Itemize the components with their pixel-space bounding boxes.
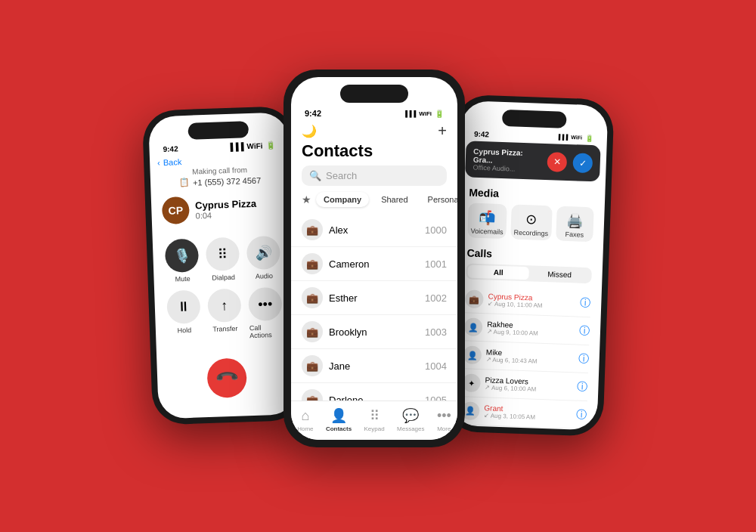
calls-tab-missed[interactable]: Missed [528, 267, 590, 282]
nav-keypad[interactable]: ⠿ Keypad [364, 407, 385, 432]
end-call-button[interactable]: 📞 [206, 357, 247, 398]
recordings-label: Recordings [513, 229, 548, 238]
call-actions-label: Call Actions [249, 323, 284, 340]
search-placeholder: Search [326, 170, 357, 181]
phone2-dynamic-island [340, 85, 408, 103]
nav-contacts-label: Contacts [326, 425, 352, 432]
voicemails-button[interactable]: 📬 Voicemails [467, 203, 507, 239]
keypad-icon: ⠿ [370, 407, 380, 424]
call-info-3[interactable]: ⓘ [577, 380, 588, 394]
contact-ext-alex: 1000 [425, 224, 447, 236]
contact-name-esther: Esther [329, 292, 358, 304]
audio-button[interactable]: 🔊 Audio [246, 236, 281, 281]
list-item[interactable]: 💼Alex 1000 [291, 213, 457, 247]
call-actions-icon-circle: ••• [248, 287, 283, 322]
calls-tab-all[interactable]: All [467, 264, 529, 280]
call-info-0[interactable]: ⓘ [580, 296, 591, 310]
call-date-4: ↙ Aug 3, 10:05 AM [484, 412, 535, 420]
tab-personal[interactable]: Personal [420, 192, 457, 207]
favorites-star-button[interactable]: ★ [302, 193, 311, 206]
call-entry-pizza-lovers[interactable]: ✦ Pizza Lovers ↗ Aug 6, 10:00 AM ⓘ [462, 369, 588, 401]
phone1-screen: 9:42 ▐▐▐ WiFi 🔋 ‹ Back Making call from … [148, 112, 298, 419]
signal-icon: ▐▐▐ [228, 142, 244, 151]
contact-info: Cyprus Pizza 0:04 [195, 197, 257, 220]
call-entry-grant[interactable]: 👤 Grant ↙ Aug 3, 10:05 AM ⓘ [461, 397, 587, 429]
call-info-4[interactable]: ⓘ [576, 408, 587, 422]
call-entry-rakhee[interactable]: 👤 Rakhee ↗ Aug 9, 10:00 AM ⓘ [463, 313, 590, 345]
hold-button[interactable]: ⏸ Hold [166, 289, 201, 342]
calls-filter-tabs: All Missed [466, 263, 592, 283]
call-entry-mike[interactable]: 👤 Mike ↗ Aug 6, 10:43 AM ⓘ [463, 341, 589, 373]
contact-icon: 💼 [302, 287, 323, 308]
contact-name-jane: Jane [329, 360, 350, 372]
call-entry-cyprus-pizza[interactable]: 💼 Cyprus Pizza ↙ Aug 10, 11:00 AM ⓘ [465, 285, 591, 317]
mute-label: Mute [175, 275, 190, 283]
battery-icon3: 🔋 [585, 134, 593, 141]
active-contact-display: CP Cyprus Pizza 0:04 [151, 188, 292, 229]
search-bar[interactable]: 🔍 Search [302, 165, 447, 186]
recordings-icon: ⊙ [525, 211, 538, 228]
filter-tabs: ★ Company Shared Personal [291, 192, 457, 213]
nav-more[interactable]: ••• More [437, 408, 451, 432]
list-item[interactable]: 💼Darlene 1005 [291, 383, 457, 401]
messages-icon: 💬 [402, 407, 419, 424]
call-icon-0: 💼 [465, 289, 484, 308]
contact-icon: 💼 [302, 253, 323, 274]
end-call-container: 📞 [156, 348, 297, 407]
contact-ext-jane: 1004 [425, 360, 447, 372]
transfer-label: Transfer [212, 325, 238, 333]
list-item[interactable]: 💼Jane 1004 [291, 349, 457, 383]
dialpad-label: Dialpad [212, 274, 235, 282]
contact-ext-cameron: 1001 [425, 258, 447, 270]
list-item[interactable]: 💼Esther 1002 [291, 281, 457, 315]
list-item[interactable]: 💼Brooklyn 1003 [291, 315, 457, 349]
contact-name-alex: Alex [329, 224, 348, 236]
audio-label: Audio [256, 272, 273, 280]
phones-container: 9:42 ▐▐▐ WiFi 🔋 ‹ Back Making call from … [132, 77, 624, 455]
nav-messages[interactable]: 💬 Messages [397, 407, 424, 432]
home-icon: ⌂ [301, 408, 309, 424]
nav-messages-label: Messages [397, 425, 424, 432]
call-info-1[interactable]: ⓘ [579, 324, 590, 338]
contact-ext-darlene: 1005 [425, 394, 447, 401]
contact-icon: 💼 [302, 355, 323, 376]
faxes-button[interactable]: 🖨️ Faxes [556, 206, 594, 243]
contact-list: 💼Alex 1000 💼Cameron 1001 💼Esther 1002 💼B… [291, 213, 457, 401]
phone1-time: 9:42 [163, 144, 178, 153]
phone-contacts: 9:42 ▐▐▐ WiFi 🔋 🌙 + Contacts 🔍 Search ★ … [284, 70, 465, 447]
recordings-button[interactable]: ⊙ Recordings [510, 204, 552, 240]
media-grid: 📬 Voicemails ⊙ Recordings 🖨️ Faxes [457, 203, 605, 249]
call-actions-button[interactable]: ••• Call Actions [248, 287, 283, 339]
list-item[interactable]: 💼Cameron 1001 [291, 247, 457, 281]
signal-icon3: ▐▐▐ [556, 134, 568, 140]
tab-company[interactable]: Company [316, 192, 369, 207]
call-icon-2: 👤 [463, 345, 482, 364]
dialpad-icon-circle: ⠿ [206, 237, 240, 272]
contact-ext-brooklyn: 1003 [425, 326, 447, 338]
dialpad-button[interactable]: ⠿ Dialpad [206, 237, 240, 283]
contact-icon: 💼 [302, 219, 323, 240]
battery-icon2: 🔋 [435, 110, 444, 118]
contacts-header: 🌙 + [291, 119, 457, 141]
phone3-status-icons: ▐▐▐ WiFi 🔋 [556, 133, 593, 142]
contact-icon: 💼 [302, 321, 323, 342]
contact-name: Cyprus Pizza [195, 197, 256, 211]
add-contact-button[interactable]: + [438, 122, 447, 140]
mute-icon-circle: 🎙️ [165, 238, 200, 273]
transfer-button[interactable]: ↑ Transfer [207, 289, 242, 341]
nav-contacts[interactable]: 👤 Contacts [326, 407, 352, 432]
call-icon-1: 👤 [464, 317, 483, 336]
call-info-2[interactable]: ⓘ [578, 352, 589, 366]
faxes-icon: 🖨️ [566, 212, 584, 230]
call-date-0: ↙ Aug 10, 11:00 AM [488, 300, 543, 309]
accept-call-button[interactable]: ✓ [572, 153, 593, 173]
contacts-title: Contacts [291, 141, 457, 165]
signal-icon2: ▐▐▐ [403, 110, 416, 117]
decline-call-button[interactable]: ✕ [547, 152, 567, 172]
tab-shared[interactable]: Shared [373, 192, 415, 207]
mute-button[interactable]: 🎙️ Mute [165, 238, 200, 283]
call-date-1: ↗ Aug 9, 10:00 AM [487, 328, 538, 336]
nav-home[interactable]: ⌂ Home [297, 408, 313, 432]
notification-text: Cyprus Pizza: Gra... Office Audio... [472, 147, 541, 174]
voicemails-icon: 📬 [479, 209, 496, 227]
